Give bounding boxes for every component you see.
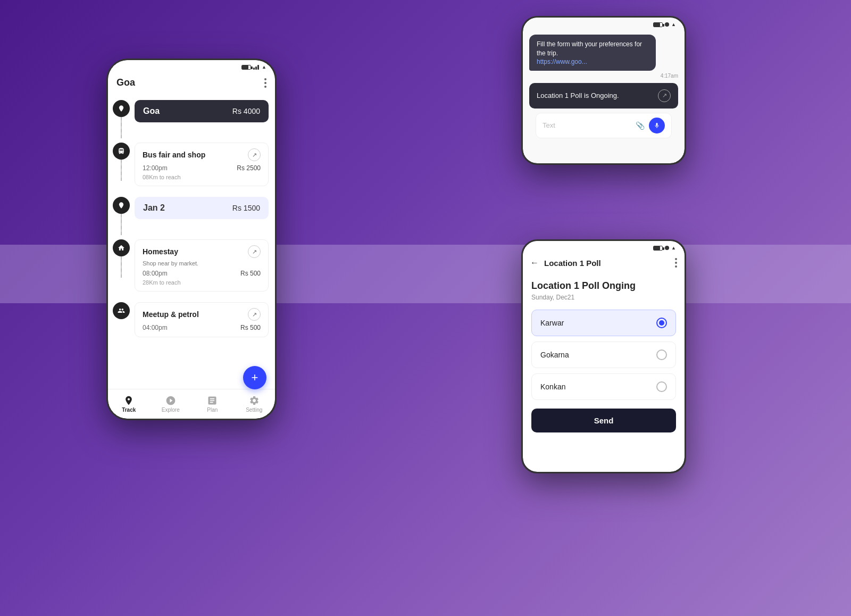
nav-plan[interactable]: Plan: [191, 395, 233, 413]
timeline-item-homestay: Homestay ↗ Shop near by market. 08:00pm …: [108, 237, 275, 300]
timeline-item-bus: Bus fair and shop ↗ 12:00pm Rs 2500 08Km…: [108, 140, 275, 195]
settings-icon: [249, 395, 260, 406]
radio-karwar: [656, 318, 667, 328]
wifi-icon: ▲: [262, 64, 266, 70]
activity-arrow-icon: ↗: [248, 148, 261, 161]
poll-header-title: Location 1 Poll: [544, 259, 601, 268]
chat-text-input[interactable]: Text 📎: [536, 113, 672, 138]
battery-icon-3: [653, 246, 663, 251]
status-bar-1: ▲: [108, 60, 275, 72]
radio-konkan: [656, 381, 667, 392]
wifi-icon-3: ▲: [671, 245, 676, 251]
nav-explore[interactable]: Explore: [150, 395, 192, 413]
app-header: Goa: [108, 72, 275, 94]
battery-icon-2: [653, 22, 663, 27]
activity-bus-card[interactable]: Bus fair and shop ↗ 12:00pm Rs 2500 08Km…: [135, 143, 269, 186]
chat-timestamp: 4:17am: [529, 73, 678, 79]
attachment-icon: 📎: [636, 121, 645, 130]
mic-button[interactable]: [649, 118, 665, 134]
activity-homestay-card[interactable]: Homestay ↗ Shop near by market. 08:00pm …: [135, 239, 269, 292]
back-button[interactable]: ←: [530, 258, 539, 268]
bottom-nav: Track Explore Plan Setting: [108, 389, 275, 419]
signal-icon: [253, 65, 260, 70]
dot-icon-3: [665, 246, 669, 250]
location-dot-2: [113, 197, 130, 214]
chat-area: Fill the form with your preferences for …: [523, 29, 685, 144]
nav-track-label: Track: [122, 407, 136, 413]
send-button[interactable]: Send: [531, 409, 676, 432]
status-bar-3: ▲: [523, 241, 685, 253]
location-dot: [113, 100, 130, 117]
poll-date: Sunday, Dec21: [531, 294, 676, 301]
timeline-item-goa: Goa Rs 4000: [108, 98, 275, 140]
more-options-button[interactable]: [264, 78, 266, 88]
radio-gokarna: [656, 349, 667, 360]
nav-explore-label: Explore: [162, 407, 180, 413]
phone-poll: ▲ ← Location 1 Poll Location 1 Poll Ongi…: [521, 239, 686, 473]
timeline: Goa Rs 4000 Bus fair and shop: [108, 94, 275, 350]
activity-arrow-icon-2: ↗: [248, 245, 261, 258]
destination-goa-card[interactable]: Goa Rs 4000: [135, 100, 269, 122]
text-input-placeholder: Text: [543, 121, 555, 129]
wifi-icon-2: ▲: [671, 22, 676, 27]
activity-arrow-icon-3: ↗: [248, 308, 261, 321]
chat-bubble: Fill the form with your preferences for …: [529, 35, 656, 71]
poll-header: ← Location 1 Poll: [523, 253, 685, 273]
poll-main-title: Location 1 Poll Onging: [531, 280, 676, 292]
status-bar-2: ▲: [523, 18, 685, 29]
timeline-item-meetup: Meetup & petrol ↗ 04:00pm Rs 500: [108, 300, 275, 346]
poll-option-konkan[interactable]: Konkan: [531, 373, 676, 400]
nav-setting-label: Setting: [246, 407, 262, 413]
activity-meetup-card[interactable]: Meetup & petrol ↗ 04:00pm Rs 500: [135, 302, 269, 337]
phone-track: ▲ Goa Goa: [106, 59, 277, 420]
app-title: Goa: [116, 77, 135, 88]
poll-option-karwar[interactable]: Karwar: [531, 310, 676, 336]
home-dot: [113, 239, 130, 256]
dot-icon: [665, 22, 669, 27]
poll-content: Location 1 Poll Onging Sunday, Dec21 Kar…: [523, 273, 685, 440]
people-dot: [113, 302, 130, 319]
poll-more-options[interactable]: [675, 258, 677, 268]
explore-icon: [165, 395, 176, 406]
add-fab-button[interactable]: +: [243, 366, 266, 389]
poll-ongoing-bar[interactable]: Location 1 Poll is Ongoing. ↗: [529, 83, 678, 109]
track-icon: [123, 395, 134, 406]
poll-arrow-button[interactable]: ↗: [658, 89, 671, 102]
nav-setting[interactable]: Setting: [233, 395, 276, 413]
timeline-item-jan2: Jan 2 Rs 1500: [108, 195, 275, 237]
nav-plan-label: Plan: [207, 407, 218, 413]
battery-icon: [241, 65, 251, 70]
poll-option-gokarna[interactable]: Gokarna: [531, 342, 676, 368]
phone-chat: ▲ Fill the form with your preferences fo…: [521, 16, 686, 165]
nav-track[interactable]: Track: [108, 395, 150, 413]
plan-icon: [207, 395, 218, 406]
bus-dot: [113, 143, 130, 160]
destination-jan2-card[interactable]: Jan 2 Rs 1500: [135, 197, 269, 219]
